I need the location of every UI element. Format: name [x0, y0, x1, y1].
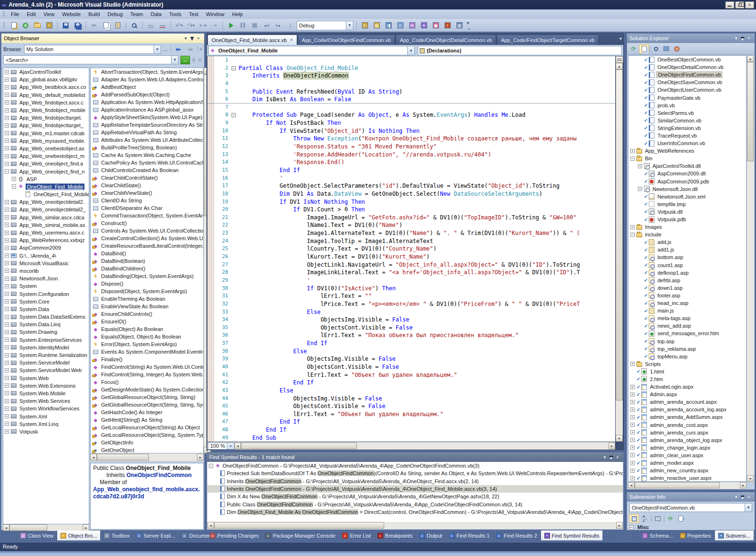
expander-icon[interactable]: +: [630, 415, 635, 419]
tree-item[interactable]: +System.IdentityModel: [3, 344, 89, 351]
solution-item[interactable]: +Newtonsoft.Json.dll: [628, 185, 746, 193]
solution-item[interactable]: −Bin: [628, 155, 746, 162]
solution-item[interactable]: −include: [628, 231, 746, 238]
refresh-icon[interactable]: ⟳: [629, 44, 638, 53]
panel-tab-class-view[interactable]: ▪Class View: [17, 530, 57, 541]
member-item[interactable]: ◆GetHtml([String]) As String: [91, 416, 203, 424]
auto-hide-pin-icon[interactable]: [610, 456, 612, 459]
solution-item[interactable]: +✓admin_arenda_account_log.aspx: [628, 406, 746, 413]
close-button[interactable]: ×: [745, 1, 754, 9]
expander-icon[interactable]: +: [5, 407, 9, 411]
member-item[interactable]: ◆ClearChildControlState(): [91, 174, 203, 182]
auto-hide-pin-icon[interactable]: [742, 495, 743, 499]
tree-item[interactable]: +Microsoft.VisualBasic: [3, 260, 89, 267]
tree-item[interactable]: +App_Web_onebestobject.as: [3, 145, 89, 152]
close-icon[interactable]: ×: [195, 35, 202, 42]
window-position-icon[interactable]: ▾: [182, 35, 189, 42]
solution-item[interactable]: +✓admin_arenda_curs.aspx: [628, 429, 746, 436]
solution-item[interactable]: +Images: [628, 223, 746, 231]
result-row[interactable]: Dim X As New OneObjectFindCommon - G:\Pr…: [207, 493, 623, 500]
solution-item[interactable]: ✓AspCommon2009.dll: [628, 170, 746, 177]
solution-item[interactable]: ✓OneBestObjectCommon.vb: [628, 56, 746, 63]
expander-icon[interactable]: +: [5, 322, 9, 327]
step-over-icon[interactable]: ⮡: [273, 20, 284, 31]
menu-item-team[interactable]: Team: [127, 10, 147, 18]
solution-item[interactable]: +✓admin_arenda_AddSumm.aspx: [628, 413, 746, 421]
expander-icon[interactable]: +: [630, 400, 635, 404]
solution-item[interactable]: ✓Newtonsoft.Json.xml: [628, 193, 746, 200]
expander-icon[interactable]: +: [5, 208, 9, 212]
menu-item-tools[interactable]: Tools: [165, 10, 185, 18]
expander-icon[interactable]: +: [638, 164, 642, 168]
close-icon[interactable]: ×: [746, 35, 752, 42]
solution-item[interactable]: ✓top_reklama.asp: [628, 345, 746, 353]
expander-icon[interactable]: +: [630, 423, 635, 427]
expander-icon[interactable]: +: [5, 345, 9, 349]
tree-item[interactable]: +App_Web_findobjecttarget_: [3, 122, 89, 129]
editor-vscrollbar[interactable]: ▲ ▼: [616, 63, 623, 442]
menu-item-build[interactable]: Build: [85, 10, 103, 18]
solution-item[interactable]: +✓ActivateLogin.aspx: [628, 383, 746, 391]
menu-item-data[interactable]: Data: [147, 10, 165, 18]
member-item[interactable]: ◆DataBind(Boolean): [91, 257, 203, 265]
result-row[interactable]: Inherits OneObjectFindCommon - G:\Projec…: [207, 478, 623, 485]
expander-icon[interactable]: +: [5, 131, 9, 135]
expander-icon[interactable]: +: [5, 399, 9, 403]
member-item[interactable]: ●GetObjectInfo: [91, 439, 203, 446]
member-item[interactable]: ϟError(Object, System.EventArgs): [91, 340, 203, 348]
members-hscrollbar[interactable]: ◄ ►: [90, 453, 204, 461]
panel-tab-object-bro-[interactable]: ▪Object Bro...: [57, 530, 101, 541]
member-item[interactable]: AppRelativeTemplateSourceDirectory As St…: [91, 121, 203, 129]
menu-item-test[interactable]: Test: [185, 10, 202, 18]
expander-icon[interactable]: +: [5, 307, 9, 311]
step-out-icon[interactable]: ⮥: [285, 20, 295, 31]
auto-hide-pin-icon[interactable]: [191, 37, 193, 40]
member-item[interactable]: Cache As System.Web.Caching.Cache: [91, 151, 203, 159]
member-item[interactable]: ◆Construct(): [91, 219, 203, 227]
save-all-icon[interactable]: [72, 20, 83, 31]
navigate-forward-icon[interactable]: ➡: [185, 44, 196, 54]
member-item[interactable]: Attributes As System.Web.UI.AttributeCol…: [91, 136, 203, 144]
object-browser-icon[interactable]: ◨: [383, 20, 394, 31]
member-item[interactable]: ChildControlsCreated As Boolean: [91, 166, 203, 174]
member-item[interactable]: ◆CreateResourceBasedLiteralControl(Integ…: [91, 242, 203, 250]
tree-item[interactable]: +System.ServiceModel: [3, 359, 89, 366]
member-item[interactable]: ϟDisposed(Object, System.EventArgs): [91, 287, 203, 295]
expander-icon[interactable]: +: [5, 368, 9, 373]
tree-item[interactable]: +System.Configuration: [3, 290, 89, 297]
restore-button[interactable]: [735, 1, 744, 9]
solution-item[interactable]: ✓defknop1.asp: [628, 269, 746, 277]
results-list[interactable]: −❖OneObjectFindCommon - G:\Projects\All_…: [207, 462, 623, 522]
document-tab[interactable]: App_Code/FindObjectTargetCommon.vb: [497, 35, 599, 45]
expander-icon[interactable]: +: [5, 315, 9, 319]
stop-icon[interactable]: [249, 20, 260, 31]
expander-icon[interactable]: +: [630, 392, 635, 397]
panel-tab-error-list[interactable]: ▪Error List: [339, 530, 374, 541]
expander-icon[interactable]: +: [5, 108, 9, 113]
result-row[interactable]: Inherits OneObjectFindCommon - G:\Projec…: [207, 485, 623, 493]
solution-item[interactable]: ✓bottom.asp: [628, 253, 746, 261]
expander-icon[interactable]: +: [5, 215, 9, 219]
menu-item-edit[interactable]: Edit: [23, 10, 40, 18]
expander-icon[interactable]: +: [5, 85, 9, 89]
expander-icon[interactable]: +: [630, 362, 635, 366]
tree-item[interactable]: +System.Web.Extensions: [3, 382, 89, 390]
solution-item[interactable]: ✓PaymasterGate.vb: [628, 94, 746, 101]
solution-item[interactable]: ✓1.html: [628, 368, 746, 375]
tree-item[interactable]: +App_Web_findobject_mobile: [3, 106, 89, 114]
expander-icon[interactable]: +: [12, 177, 16, 181]
expander-icon[interactable]: +: [630, 430, 635, 434]
expander-icon[interactable]: +: [5, 261, 9, 265]
expander-icon[interactable]: +: [630, 461, 635, 465]
tree-item[interactable]: +VBG:\...\Arenda_4\: [3, 252, 89, 260]
member-item[interactable]: ◆AddParsedSubObject(Object): [91, 91, 203, 98]
expander-icon[interactable]: +: [5, 70, 9, 74]
editor-hscrollbar[interactable]: 100 %▼ ◄ ►: [207, 442, 615, 450]
tree-item[interactable]: +App_WebReferences.xxbxjz: [3, 236, 89, 244]
expander-icon[interactable]: −: [630, 156, 635, 161]
expander-icon[interactable]: +: [5, 93, 9, 97]
member-item[interactable]: ◆GetDesignModeState() As System.Collecti…: [91, 386, 203, 393]
solution-item[interactable]: ✓OneObjectFindCommon.vb: [628, 71, 746, 78]
solution-item[interactable]: ✓down1.asp: [628, 284, 746, 292]
expander-icon[interactable]: −: [209, 464, 213, 468]
